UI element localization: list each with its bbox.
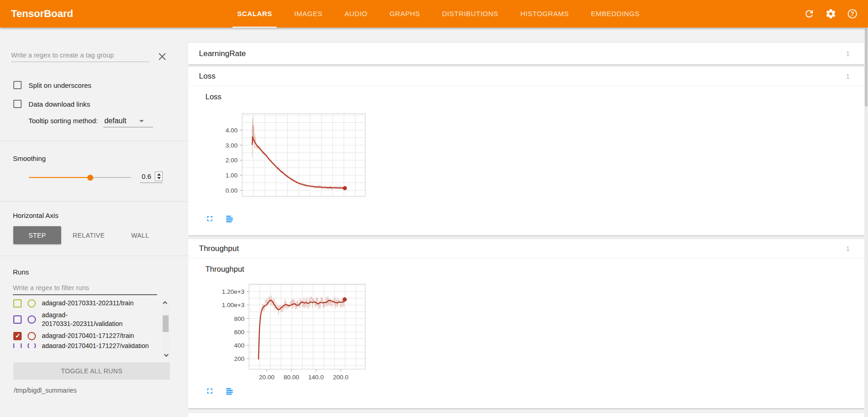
slider-thumb[interactable] [87,175,93,181]
axis-step-button[interactable]: STEP [13,226,61,244]
run-row[interactable]: adagrad- 20170331-202311/validation [0,311,188,328]
axis-relative-button[interactable]: RELATIVE [65,226,113,244]
log-directory-path: /tmp/bigdl_summaries [14,387,188,394]
section-header-partial[interactable] [188,413,864,417]
run-row[interactable]: adagrad-20170401-171227/validation [0,343,188,348]
svg-text:140.0: 140.0 [308,374,324,381]
app-title: TensorBoard [11,0,73,28]
svg-text:80.00: 80.00 [284,374,299,381]
number-stepper[interactable] [155,171,163,181]
run-checkbox[interactable] [13,332,22,340]
run-checkbox[interactable] [13,299,22,308]
tag-filter-input[interactable] [11,50,149,62]
axis-wall-button[interactable]: WALL [116,226,164,244]
scrollbar-thumb[interactable] [163,315,169,332]
scrollbar-thumb[interactable] [865,29,868,107]
svg-text:200: 200 [234,355,244,362]
settings-gear-icon[interactable] [825,8,836,19]
svg-text:?: ? [851,11,854,17]
divider [0,201,188,202]
tab-images[interactable]: IMAGES [283,0,333,28]
run-color-circle[interactable] [28,343,36,348]
toolbar: TensorBoard SCALARS IMAGES AUDIO GRAPHS … [0,0,868,28]
run-label: adagrad-20170331-202311/train [42,299,134,308]
refresh-icon[interactable] [804,8,815,19]
expand-chart-icon[interactable] [205,387,214,395]
run-selector-rows-icon[interactable] [225,214,234,223]
section-header-loss[interactable]: Loss 1 [188,67,864,86]
svg-text:1.00e+3: 1.00e+3 [222,302,244,308]
runs-filter-input[interactable] [13,282,157,295]
smoothing-value[interactable]: 0.6 [140,172,151,180]
runs-heading: Runs [0,268,188,276]
throughput-chart[interactable]: 2004006008001.00e+31.20e+320.0080.00140.… [205,281,847,384]
page-scrollbar[interactable] [864,28,868,417]
divider [0,256,188,256]
split-underscores-checkbox[interactable]: Split on underscores [0,81,188,89]
run-checkbox[interactable] [13,315,22,324]
smoothing-value-box: 0.6 [140,171,163,183]
svg-text:600: 600 [234,329,244,336]
svg-text:2.00: 2.00 [226,157,238,164]
svg-text:1.20e+3: 1.20e+3 [222,288,244,295]
svg-text:400: 400 [234,342,244,349]
section-body-throughput: Throughput 2004006008001.00e+31.20e+320.… [188,258,864,408]
run-row[interactable]: adagrad-20170401-171227/train [0,331,188,340]
section-title: Throughput [199,244,239,253]
section-count-badge: 1 [846,50,850,57]
tab-audio[interactable]: AUDIO [334,0,379,28]
chart-title: Throughput [205,265,847,276]
divider [0,141,188,141]
runs-list: adagrad-20170331-202311/train adagrad- 2… [0,299,188,359]
section-title: Loss [199,72,216,81]
svg-text:800: 800 [234,315,244,322]
step-up-icon [157,173,161,176]
run-label: adagrad- 20170331-202311/validation [42,311,123,328]
svg-text:3.00: 3.00 [226,142,238,149]
run-label: adagrad-20170401-171227/train [42,331,134,340]
dropdown-value: default [104,117,126,125]
scroll-down-icon[interactable] [162,351,170,359]
tooltip-sorting-dropdown[interactable]: default [103,117,153,127]
slider-fill [29,177,90,178]
chart-title: Loss [205,92,847,103]
help-icon[interactable]: ? [847,8,858,19]
sidebar: Split on underscores Data download links… [0,28,188,417]
checkbox-label: Data download links [28,100,90,108]
tooltip-sorting-label: Tooltip sorting method: [28,117,98,125]
tab-distributions[interactable]: DISTRIBUTIONS [431,0,509,28]
section-count-badge: 1 [846,73,850,80]
tab-histograms[interactable]: HISTOGRAMS [509,0,580,28]
close-icon[interactable] [158,52,167,61]
toolbar-actions: ? [804,0,868,28]
smoothing-heading: Smoothing [0,154,188,162]
tab-scalars[interactable]: SCALARS [226,0,283,28]
run-row[interactable]: adagrad-20170331-202311/train [0,299,188,308]
expand-chart-icon[interactable] [205,214,214,223]
loss-chart[interactable]: 0.001.002.003.004.00 [205,111,847,199]
data-download-checkbox[interactable]: Data download links [0,100,188,108]
run-color-circle[interactable] [28,299,36,308]
chevron-down-icon [139,120,144,122]
section-header-throughput[interactable]: Throughput 1 [188,239,864,258]
run-selector-rows-icon[interactable] [225,387,234,395]
scroll-up-icon[interactable] [162,299,170,306]
run-color-circle[interactable] [28,315,36,324]
runs-scrollbar[interactable] [162,299,170,359]
toggle-all-runs-button[interactable]: TOGGLE ALL RUNS [13,362,170,380]
tab-embeddings[interactable]: EMBEDDINGS [580,0,651,28]
checkbox-icon [13,81,22,89]
main-content: LearningRate 1 Loss 1 Loss 0.001.002.003… [188,28,868,417]
svg-text:20.00: 20.00 [259,374,275,381]
checkbox-label: Split on underscores [28,81,91,89]
tab-graphs[interactable]: GRAPHS [379,0,431,28]
smoothing-slider[interactable] [29,174,131,180]
tensorboard-app: TensorBoard SCALARS IMAGES AUDIO GRAPHS … [0,0,868,417]
section-body-loss: Loss 0.001.002.003.004.00 [188,86,864,235]
nav-tabs: SCALARS IMAGES AUDIO GRAPHS DISTRIBUTION… [226,0,651,28]
run-checkbox[interactable] [13,343,22,348]
svg-text:0.00: 0.00 [226,187,238,194]
run-color-circle[interactable] [28,332,36,340]
step-down-icon [157,177,161,179]
section-header-learningrate[interactable]: LearningRate 1 [188,43,864,64]
